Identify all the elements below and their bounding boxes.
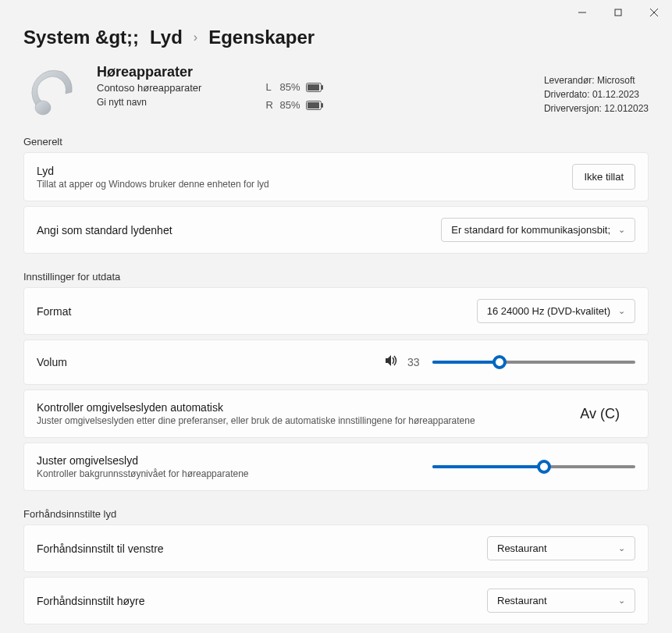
chevron-down-icon: ⌄ [618,543,625,553]
svg-point-4 [35,101,51,115]
preset-right-title: Forhåndsinnstilt høyre [37,595,487,607]
volume-value: 33 [407,356,423,368]
rename-link[interactable]: Gi nytt navn [97,97,201,108]
ambient-adjust-title: Juster omgivelseslyd [37,454,432,467]
preset-right-select[interactable]: Restaurant ⌄ [487,589,635,613]
battery-pct: 85% [279,99,300,111]
volume-title: Volum [37,356,384,368]
battery-side-label: R [265,99,273,111]
audio-title: Lyd [37,165,572,177]
device-header: Høreapparater Contoso høreapparater Gi n… [23,64,649,119]
card-ambient-auto: Kontroller omgivelseslyden automatisk Ju… [23,389,649,438]
driver-version: Driverversjon: 12.012023 [544,103,649,114]
breadcrumb-sound[interactable]: Lyd [150,27,183,48]
card-preset-left: Forhåndsinnstilt til venstre Restaurant … [23,525,649,572]
speaker-icon[interactable] [384,354,398,371]
card-audio-allow: Lyd Tillat at apper og Windows bruker de… [23,152,649,201]
ambient-adjust-subtitle: Kontroller bakgrunnsstøynivået for hørea… [37,468,432,479]
device-title: Høreapparater [97,64,201,80]
ambient-auto-title: Kontroller omgivelseslyden automatisk [37,401,564,414]
svg-rect-10 [308,102,319,108]
chevron-down-icon: ⌄ [618,225,625,235]
ambient-auto-subtitle: Juster omgivelseslyden etter dine prefer… [37,415,564,426]
card-preset-right: Forhåndsinnstilt høyre Restaurant ⌄ [23,577,649,624]
battery-side-label: L [265,81,273,93]
preset-left-title: Forhåndsinnstilt til venstre [37,542,487,555]
hearing-aid-icon [23,64,78,119]
device-info: Høreapparater Contoso høreapparater Gi n… [97,64,201,108]
battery-icon [306,101,323,110]
select-value: 16 24000 Hz (DVD-kvalitet) [487,305,610,317]
card-ambient-adjust: Juster omgivelseslyd Kontroller bakgrunn… [23,443,649,491]
close-button[interactable] [636,0,672,25]
svg-rect-7 [308,84,319,91]
default-device-select[interactable]: Er standard for kommunikasjonsbit; ⌄ [441,218,635,242]
window-titlebar [0,0,672,25]
maximize-button[interactable] [600,0,636,25]
svg-rect-6 [322,85,323,90]
svg-rect-1 [615,9,621,16]
format-select[interactable]: 16 24000 Hz (DVD-kvalitet) ⌄ [477,299,635,323]
breadcrumb: System &gt;; Lyd › Egenskaper [23,27,649,48]
breadcrumb-properties: Egenskaper [208,27,315,48]
card-format: Format 16 24000 Hz (DVD-kvalitet) ⌄ [23,287,649,335]
ambient-slider[interactable] [432,459,635,475]
preset-left-select[interactable]: Restaurant ⌄ [487,536,635,560]
chevron-right-icon: › [194,30,197,44]
section-label-output: Innstillinger for utdata [23,271,649,283]
select-value: Restaurant [497,595,547,606]
battery-left: L 85% [265,81,323,93]
card-volume: Volum 33 [23,340,649,385]
disallow-button[interactable]: Ikke tillat [572,164,635,190]
breadcrumb-system[interactable]: System &gt;; [23,27,139,48]
section-label-presets: Forhåndsinnstilte lyd [23,508,649,520]
battery-right: R 85% [265,99,323,111]
svg-rect-9 [322,103,323,108]
section-label-general: Generelt [23,136,649,148]
vendor-name: Leverandør: Microsoft [544,75,649,86]
ambient-auto-value: Av (C) [580,406,620,422]
battery-icon [306,83,323,92]
card-default-device: Angi som standard lydenhet Er standard f… [23,206,649,254]
volume-slider[interactable] [432,354,635,370]
audio-subtitle: Tillat at apper og Windows bruker denne … [37,179,572,190]
battery-status: L 85% R 85% [265,81,323,111]
device-subtitle: Contoso høreapparater [97,82,201,94]
chevron-down-icon: ⌄ [618,596,625,606]
driver-date: Driverdato: 01.12.2023 [544,89,649,100]
minimize-button[interactable] [564,0,600,25]
battery-pct: 85% [279,81,300,93]
select-value: Restaurant [497,542,547,554]
default-device-title: Angi som standard lydenhet [37,224,441,236]
chevron-down-icon: ⌄ [618,306,625,316]
format-title: Format [37,305,477,318]
select-value: Er standard for kommunikasjonsbit; [451,224,610,236]
vendor-info: Leverandør: Microsoft Driverdato: 01.12.… [544,75,649,114]
